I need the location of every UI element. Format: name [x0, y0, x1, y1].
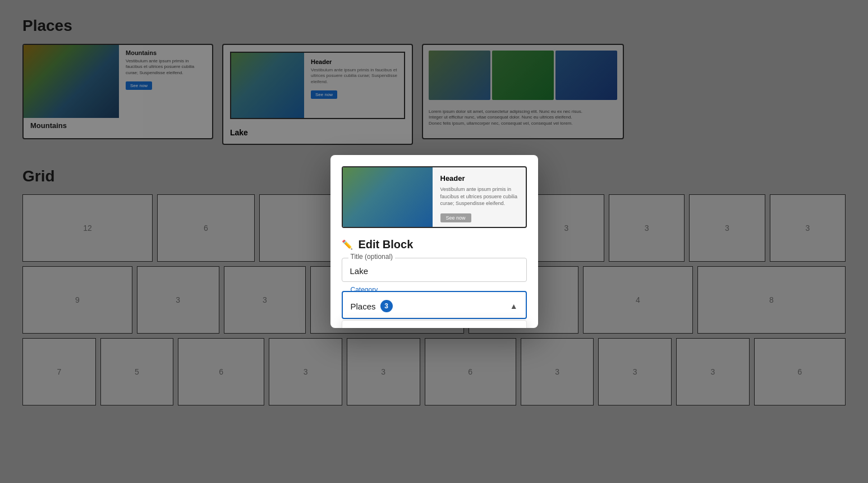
modal-preview-content: Header Vestibulum ante ipsum primis in f… — [433, 167, 526, 227]
edit-pencil-icon: ✏️ — [342, 239, 353, 250]
category-select-left: Places 3 — [351, 300, 393, 312]
title-field-label: Title (optional) — [348, 253, 396, 261]
modal-preview-title: Header — [440, 174, 518, 183]
edit-block-modal: Header Vestibulum ante ipsum primis in f… — [330, 155, 538, 328]
modal-form: Title (optional) Category Places 3 ▲ — [330, 258, 538, 319]
category-select[interactable]: Places 3 ▲ — [342, 291, 527, 319]
modal-preview: Header Vestibulum ante ipsum primis in f… — [342, 166, 527, 228]
category-select-badge: 3 — [380, 300, 393, 312]
edit-block-title: Edit Block — [359, 238, 414, 251]
title-input[interactable] — [342, 258, 527, 282]
category-dropdown: Index 3 Goods 4 Places 3 + — [342, 320, 527, 328]
modal-overlay[interactable]: Header Vestibulum ante ipsum primis in f… — [0, 0, 868, 483]
chevron-up-icon: ▲ — [510, 302, 518, 311]
dropdown-item-index[interactable]: Index 3 — [342, 321, 526, 328]
title-field-group: Title (optional) — [342, 258, 527, 282]
category-field-group: Category Places 3 ▲ Index 3 — [342, 291, 527, 319]
category-select-text: Places — [351, 302, 376, 311]
modal-preview-see-now-button[interactable]: See now — [440, 213, 471, 222]
modal-preview-description: Vestibulum ante ipsum primis in faucibus… — [440, 186, 518, 207]
modal-preview-image — [343, 167, 433, 227]
